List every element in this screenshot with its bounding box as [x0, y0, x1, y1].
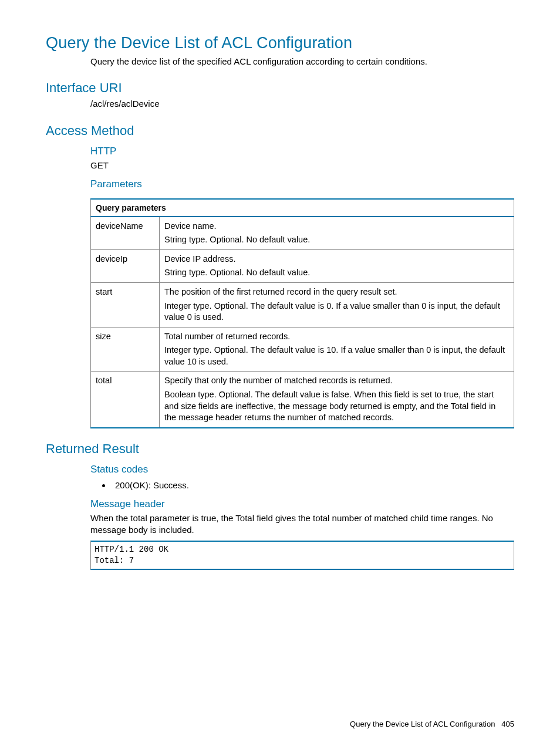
param-desc-line: Specify that only the number of matched …	[164, 375, 509, 387]
table-row: total Specify that only the number of ma…	[91, 372, 514, 428]
param-desc-line: Device IP address.	[164, 254, 509, 265]
parameters-heading: Parameters	[90, 178, 514, 190]
http-method-value: GET	[90, 160, 514, 171]
param-desc: Specify that only the number of matched …	[160, 372, 514, 428]
param-desc-line: The position of the first returned recor…	[164, 286, 509, 298]
intro-text: Query the device list of the specified A…	[90, 56, 514, 67]
param-name: total	[91, 372, 160, 428]
table-row: start The position of the first returned…	[91, 283, 514, 328]
param-desc-line: Device name.	[164, 221, 509, 232]
table-row: size Total number of returned records. I…	[91, 327, 514, 372]
param-desc-line: Boolean type. Optional. The default valu…	[164, 389, 509, 424]
interface-uri-heading: Interface URI	[46, 80, 514, 96]
http-heading: HTTP	[90, 146, 514, 157]
param-desc: Device name. String type. Optional. No d…	[160, 217, 514, 250]
query-parameters-table: Query parameters deviceName Device name.…	[90, 198, 514, 428]
param-name: deviceIp	[91, 249, 160, 282]
param-desc-line: String type. Optional. No default value.	[164, 267, 509, 279]
param-desc-line: String type. Optional. No default value.	[164, 234, 509, 246]
page-title: Query the Device List of ACL Configurati…	[46, 34, 514, 52]
param-name: deviceName	[91, 217, 160, 250]
param-desc: Device IP address. String type. Optional…	[160, 249, 514, 282]
status-codes-list: 200(OK): Success.	[90, 479, 514, 491]
table-header: Query parameters	[91, 199, 514, 217]
returned-result-heading: Returned Result	[46, 441, 514, 457]
page-number: 405	[501, 720, 514, 728]
param-desc: Total number of returned records. Intege…	[160, 327, 514, 372]
param-name: start	[91, 283, 160, 328]
page-footer: Query the Device List of ACL Configurati…	[350, 720, 514, 728]
code-block: HTTP/1.1 200 OK Total: 7	[90, 541, 514, 570]
param-desc-line: Total number of returned records.	[164, 331, 509, 343]
param-name: size	[91, 327, 160, 372]
document-page: Query the Device List of ACL Configurati…	[0, 0, 560, 746]
param-desc-line: Integer type. Optional. The default valu…	[164, 345, 509, 367]
param-desc-line: Integer type. Optional. The default valu…	[164, 301, 509, 323]
param-desc: The position of the first returned recor…	[160, 283, 514, 328]
access-method-heading: Access Method	[46, 123, 514, 139]
table-row: deviceName Device name. String type. Opt…	[91, 217, 514, 250]
footer-text: Query the Device List of ACL Configurati…	[350, 720, 495, 728]
status-code-item: 200(OK): Success.	[112, 479, 514, 491]
message-header-text: When the total parameter is true, the To…	[90, 512, 514, 536]
message-header-heading: Message header	[90, 498, 514, 510]
interface-uri-value: /acl/res/aclDevice	[90, 98, 514, 110]
table-row: deviceIp Device IP address. String type.…	[91, 249, 514, 282]
status-codes-heading: Status codes	[90, 464, 514, 475]
